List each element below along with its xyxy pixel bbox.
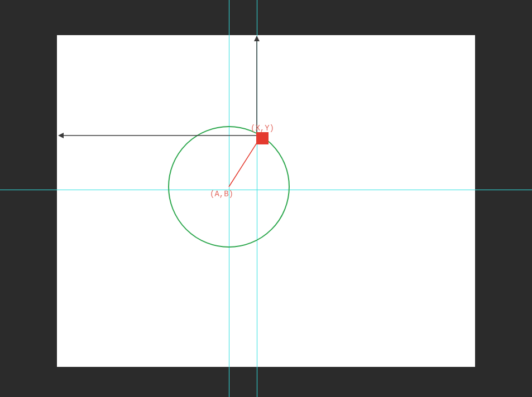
ruler-guide-horizontal[interactable]	[0, 190, 532, 190]
center-label: (A,B)	[210, 190, 233, 198]
stage: (X,Y) (A,B)	[0, 0, 532, 397]
ruler-guide-vertical-2[interactable]	[257, 0, 257, 397]
point-label: (X,Y)	[251, 124, 274, 133]
paper-artboard[interactable]	[57, 35, 475, 367]
ruler-guide-vertical-1[interactable]	[229, 0, 229, 397]
point-marker[interactable]	[256, 132, 269, 144]
